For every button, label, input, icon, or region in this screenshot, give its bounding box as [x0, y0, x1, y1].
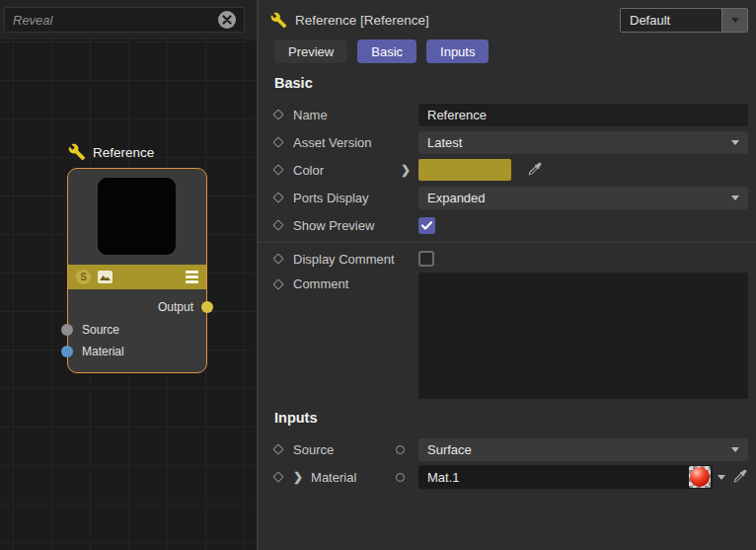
- diamond-icon[interactable]: [272, 219, 283, 230]
- chevron-down-icon: [731, 196, 739, 200]
- color-swatch[interactable]: [418, 159, 511, 181]
- source-port-label: Source: [82, 323, 119, 337]
- preset-value: Default: [621, 9, 721, 32]
- wrench-icon: [270, 12, 287, 29]
- search-input[interactable]: Reveal: [4, 7, 245, 33]
- wrench-icon: [68, 143, 86, 161]
- asset-version-select[interactable]: Latest: [418, 131, 748, 154]
- tab-inputs[interactable]: Inputs: [426, 39, 489, 63]
- expand-chevron-icon[interactable]: ❯: [401, 163, 411, 177]
- port-circle-icon[interactable]: [396, 473, 405, 482]
- basic-section-heading: Basic: [274, 75, 756, 95]
- material-thumbnail[interactable]: [689, 466, 711, 488]
- output-port[interactable]: [201, 301, 213, 313]
- node-preview-thumbnail: [98, 178, 176, 255]
- search-placeholder: Reveal: [13, 13, 218, 28]
- comment-textarea[interactable]: [418, 273, 748, 399]
- diamond-icon[interactable]: [272, 471, 283, 482]
- panel-title: Reference [Reference]: [295, 13, 620, 28]
- node-title: Reference: [68, 143, 154, 161]
- asset-version-row: Asset Version Latest: [259, 128, 756, 156]
- name-row: Name: [259, 101, 756, 128]
- diamond-icon[interactable]: [272, 136, 283, 147]
- panel-tabs: Preview Basic Inputs: [259, 34, 756, 63]
- section-divider: [259, 242, 756, 243]
- tab-basic[interactable]: Basic: [357, 39, 416, 63]
- material-port[interactable]: [61, 346, 73, 357]
- clear-search-button[interactable]: [218, 11, 236, 29]
- chevron-down-icon: [731, 140, 739, 145]
- material-port-label: Material: [82, 345, 124, 358]
- check-icon: [421, 221, 432, 230]
- comment-row: Comment: [259, 273, 756, 402]
- diamond-icon[interactable]: [272, 109, 283, 119]
- inputs-section-heading: Inputs: [274, 410, 756, 430]
- diamond-icon[interactable]: [272, 443, 283, 454]
- output-port-label: Output: [158, 300, 193, 314]
- chevron-down-icon: [731, 447, 739, 452]
- substance-badge-icon: S: [76, 270, 91, 284]
- inputs-section: Source Surface ❯ Material Mat.1: [259, 435, 756, 491]
- asset-version-label: Asset Version: [293, 135, 372, 150]
- diamond-icon[interactable]: [272, 164, 283, 175]
- comment-label: Comment: [293, 276, 348, 291]
- tab-preview[interactable]: Preview: [274, 39, 347, 63]
- material-input-label: Material: [311, 470, 356, 485]
- diamond-icon[interactable]: [272, 278, 283, 289]
- show-preview-label: Show Preview: [293, 218, 374, 233]
- name-input[interactable]: [418, 104, 748, 126]
- material-value-field[interactable]: Mat.1: [418, 465, 713, 489]
- color-row: Color ❯: [259, 156, 756, 184]
- ports-display-row: Ports Display Expanded: [259, 184, 756, 211]
- source-port[interactable]: [61, 324, 73, 336]
- expand-chevron-icon[interactable]: ❯: [293, 470, 303, 484]
- panel-header: Reference [Reference] Default: [259, 0, 756, 34]
- search-strip: Reveal: [0, 0, 257, 39]
- node-title-label: Reference: [93, 145, 154, 160]
- show-preview-row: Show Preview: [259, 211, 756, 239]
- red-sphere-icon: [690, 467, 710, 487]
- name-label: Name: [293, 108, 328, 122]
- node-graph-canvas[interactable]: Reveal Reference S: [0, 0, 257, 550]
- reference-node[interactable]: S Output Source Material: [67, 168, 207, 373]
- menu-icon[interactable]: [186, 271, 198, 283]
- diamond-icon[interactable]: [272, 253, 283, 264]
- show-preview-checkbox[interactable]: [418, 217, 435, 234]
- node-status-bar: S: [68, 265, 206, 289]
- properties-panel: Reference [Reference] Default Preview Ba…: [257, 0, 756, 550]
- image-icon: [98, 271, 113, 283]
- preset-dropdown[interactable]: Default: [620, 8, 748, 33]
- source-select[interactable]: Surface: [418, 438, 748, 461]
- display-comment-label: Display Comment: [293, 252, 395, 267]
- eyedropper-icon[interactable]: [732, 469, 748, 485]
- close-icon: [222, 15, 232, 25]
- source-input-row: Source Surface: [259, 435, 756, 463]
- display-comment-row: Display Comment: [259, 245, 756, 273]
- material-input-row: ❯ Material Mat.1: [259, 463, 756, 491]
- port-circle-icon[interactable]: [396, 445, 405, 454]
- basic-section: Name Asset Version Latest Color: [259, 101, 756, 402]
- color-label: Color: [293, 163, 324, 178]
- display-comment-checkbox[interactable]: [418, 251, 434, 267]
- chevron-down-icon[interactable]: [718, 475, 725, 480]
- source-input-label: Source: [293, 442, 334, 457]
- ports-display-label: Ports Display: [293, 191, 369, 205]
- chevron-down-icon: [731, 18, 739, 23]
- diamond-icon[interactable]: [272, 192, 283, 202]
- graph-grid[interactable]: Reference S Output Source Material: [0, 39, 255, 550]
- eyedropper-icon[interactable]: [527, 162, 543, 178]
- preset-dropdown-arrow[interactable]: [721, 9, 747, 32]
- ports-display-select[interactable]: Expanded: [418, 187, 748, 209]
